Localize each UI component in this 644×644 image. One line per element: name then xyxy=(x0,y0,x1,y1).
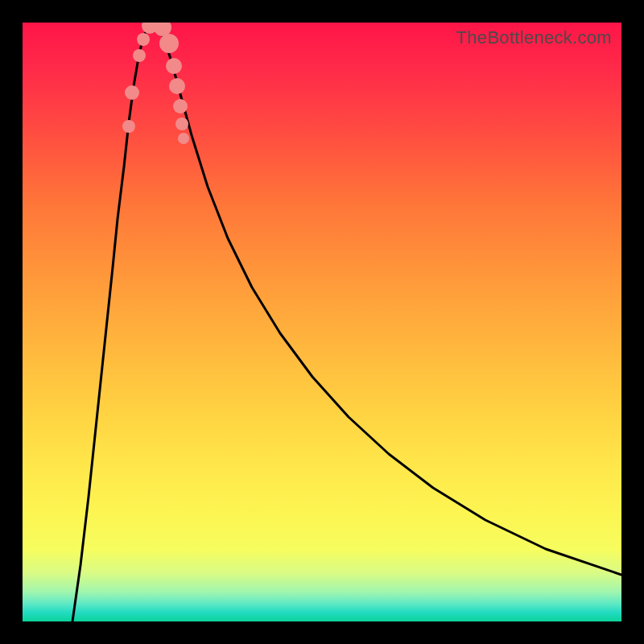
plot-area: TheBottleneck.com xyxy=(23,23,621,621)
watermark-text: TheBottleneck.com xyxy=(456,27,612,48)
data-marker xyxy=(166,58,182,74)
data-marker xyxy=(159,34,179,53)
chart-svg xyxy=(23,23,621,621)
data-marker xyxy=(125,85,139,100)
data-marker xyxy=(175,118,188,130)
bottleneck-curve xyxy=(72,23,621,621)
data-marker xyxy=(122,120,135,133)
data-marker xyxy=(169,78,185,94)
data-marker xyxy=(178,133,189,144)
data-marker xyxy=(173,99,188,114)
data-marker xyxy=(133,49,146,62)
data-marker xyxy=(137,33,150,46)
chart-frame: TheBottleneck.com xyxy=(0,0,644,644)
